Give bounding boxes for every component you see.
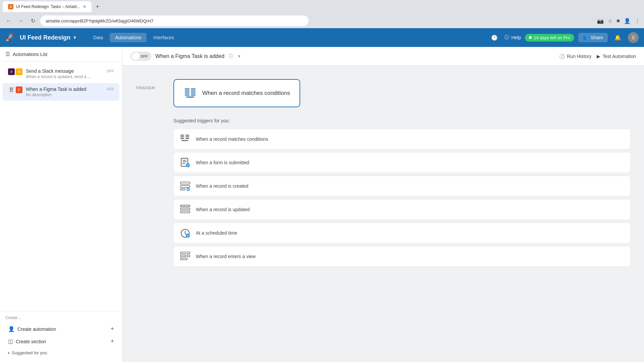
url-bar[interactable]: airtable.com/appnB2PYqtdgiMrZG/wfl3ajgIO… [40,15,309,26]
record-created-icon [179,180,191,192]
trigger-card[interactable]: When a record matches conditions [173,79,300,107]
suggestion-item[interactable]: At a scheduled time [173,223,631,243]
trigger-card-icon [183,86,197,100]
suggested-for-you-button[interactable]: ▸ Suggested for you [5,348,117,358]
svg-rect-17 [182,160,186,161]
svg-rect-15 [181,140,188,141]
extensions-icon[interactable]: ■ [616,18,620,24]
share-icon: 👥 [583,35,589,40]
svg-rect-1 [185,90,190,92]
topbar-right: 🕐 Run History ▶ Test Automation [559,54,636,59]
section-icon: ◫ [8,338,13,345]
test-icon: ▶ [597,54,600,59]
menu-icon[interactable]: ⋮ [635,18,640,24]
suggestion-item[interactable]: When a record enters a view [173,246,631,267]
address-bar: ← → ↻ airtable.com/appnB2PYqtdgiMrZG/wfl… [0,13,644,28]
svg-rect-12 [185,135,189,136]
browser-tab[interactable]: A UI Feed Redesign: Tasks – Airtabl... ✕ [3,1,92,12]
svg-rect-2 [185,93,190,94]
tab-title: UI Feed Redesign: Tasks – Airtabl... [16,4,80,9]
browser-chrome: A UI Feed Redesign: Tasks – Airtabl... ✕… [0,0,644,28]
dropdown-caret-icon[interactable]: ▼ [237,54,241,59]
airtable-icon: A [16,68,22,75]
trigger-section: TRIGGER [136,79,631,107]
create-automation-button[interactable]: 👤 Create automation + [5,323,117,335]
svg-rect-32 [180,258,187,260]
help-button[interactable]: ⓘ Help [504,35,521,41]
svg-rect-13 [185,136,189,137]
header-right: 🕐 ⓘ Help 14 days left on Pro 👥 Share 🔔 S [488,32,639,44]
automation-name: When a Figma Task is added [155,53,224,59]
pro-dot-icon [529,36,532,39]
create-section-plus-icon: + [110,338,114,345]
run-history-icon: 🕐 [559,54,565,59]
svg-rect-14 [185,138,189,139]
profile-icon[interactable]: 👤 [624,18,631,24]
forward-button[interactable]: → [16,16,25,25]
new-tab-button[interactable]: + [93,2,102,11]
svg-rect-3 [185,95,190,96]
toggle-circle [132,53,139,60]
list-item[interactable]: ⠿ F When a Figma Task is added No descri… [3,83,119,101]
slack-icon: # [8,68,15,75]
svg-rect-31 [180,255,186,257]
nav-tabs: Data Automations Interfaces [88,33,179,42]
nav-tab-data[interactable]: Data [88,33,109,42]
sidebar-footer: Create... 👤 Create automation + ◫ Create… [0,311,122,362]
nav-tab-interfaces[interactable]: Interfaces [148,33,179,42]
auto-icons: ⠿ F [8,86,22,93]
hamburger-icon: ☰ [5,51,10,57]
svg-rect-27 [180,211,190,213]
help-circle-icon: ⓘ [504,35,509,41]
app-title[interactable]: UI Feed Redesign ▼ [20,34,77,41]
auto-icons: # A [8,68,22,75]
pro-badge: 14 days left on Pro [525,34,574,42]
svg-rect-25 [180,205,190,207]
suggestion-item[interactable]: When a record is updated [173,199,631,220]
create-automation-plus-icon: + [110,325,114,333]
svg-rect-6 [191,93,196,94]
auto-info: Send a Slack message When a record is up… [26,68,103,79]
history-icon-btn[interactable]: 🕐 [488,32,500,44]
create-section-button[interactable]: ◫ Create section + [5,335,117,348]
test-automation-button[interactable]: ▶ Test Automation [597,54,636,59]
star-icon[interactable]: ☆ [608,18,612,24]
svg-rect-19 [182,163,185,164]
reload-button[interactable]: ↻ [28,16,38,25]
form-submitted-icon [179,157,191,169]
app-logo-icon: 🚀 [5,33,14,42]
automations-list-button[interactable]: ☰ Automations List [5,51,117,57]
automation-topbar: OFF When a Figma Task is added ⓘ ▼ 🕐 Run… [122,47,644,66]
suggestions-section: Suggested triggers for you: [136,118,631,269]
tab-close-icon[interactable]: ✕ [83,4,86,9]
svg-rect-7 [191,95,196,96]
chevron-right-icon: ▸ [8,351,10,355]
info-icon[interactable]: ⓘ [228,53,233,59]
automation-toggle[interactable]: OFF [130,52,151,61]
record-updated-icon [179,203,191,216]
svg-rect-26 [180,208,190,210]
record-matches-icon [179,133,191,145]
run-history-button[interactable]: 🕐 Run History [559,54,591,59]
list-item[interactable]: # A Send a Slack message When a record i… [3,65,119,82]
nav-tab-automations[interactable]: Automations [110,33,147,42]
suggestions-title: Suggested triggers for you: [173,118,631,123]
record-enters-view-icon [179,250,191,262]
avatar[interactable]: S [628,32,639,43]
suggestion-item[interactable]: When a record is created [173,176,631,196]
suggestion-item[interactable]: When a record matches conditions [173,129,631,149]
back-button[interactable]: ← [4,16,13,25]
svg-rect-22 [180,185,190,187]
svg-rect-10 [180,136,184,137]
svg-rect-11 [180,138,184,139]
suggestion-item[interactable]: When a form is submitted [173,152,631,173]
svg-rect-0 [185,88,190,89]
share-button[interactable]: 👥 Share [578,33,608,42]
notification-button[interactable]: 🔔 [612,32,624,44]
svg-rect-21 [180,182,190,184]
main-layout: ☰ Automations List # A Send a Slack mess… [0,47,644,362]
canvas: TRIGGER [122,66,644,362]
title-caret-icon: ▼ [72,35,77,40]
scheduled-time-icon [179,227,191,239]
svg-rect-9 [180,135,184,136]
